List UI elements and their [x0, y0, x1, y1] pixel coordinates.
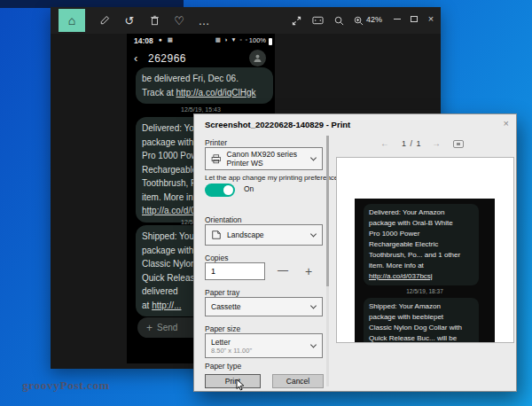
status-icons: ▩ ◑ ▼ ▫ ▫: [215, 36, 248, 43]
copies-increment-button[interactable]: +: [305, 264, 312, 278]
more-icon: …: [199, 14, 210, 27]
window-close-button[interactable]: ×: [423, 7, 439, 30]
plus-icon: +: [146, 322, 153, 334]
message-timestamp: 12/5/19, 18:37: [355, 288, 495, 294]
tracking-link[interactable]: http://a.co/d/iqClHgk: [176, 88, 256, 98]
tracking-link: http://a.co/d/037bcsj: [369, 271, 473, 282]
close-icon: ×: [504, 118, 509, 129]
tracking-link[interactable]: http://...: [152, 301, 181, 310]
zoom-out-icon: [334, 16, 344, 26]
print-preview-page: Delivered: Your Amazon package with Oral…: [336, 157, 514, 343]
message-text: at: [142, 301, 152, 310]
message-text: package with beebiepet: [369, 312, 473, 323]
send-placeholder: Send: [157, 323, 177, 332]
paper-tray-select[interactable]: Cassette: [205, 297, 323, 316]
preview-screenshot-content: Delivered: Your Amazon package with Oral…: [355, 199, 495, 342]
zoom-in-icon: [354, 16, 364, 26]
cancel-button[interactable]: Cancel: [272, 374, 324, 388]
printer-icon: [211, 153, 222, 165]
minimize-icon: [394, 19, 401, 20]
chevron-down-icon: [310, 341, 317, 347]
close-icon: ×: [428, 13, 434, 24]
maximize-button[interactable]: [406, 7, 422, 30]
home-button[interactable]: ⌂: [59, 9, 85, 32]
toggle-state: On: [244, 184, 254, 193]
slideshow-button[interactable]: [308, 7, 327, 34]
chevron-down-icon: [310, 230, 317, 237]
orientation-label: Orientation: [205, 215, 242, 224]
orientation-select[interactable]: Landscape: [205, 224, 323, 246]
page-icon: [211, 230, 222, 240]
preferences-toggle[interactable]: [205, 183, 235, 197]
maximize-icon: [411, 16, 418, 22]
plus-icon: +: [305, 264, 312, 278]
phone-status-bar: 14:08 ● ▦ ▩ ◑ ▼ ▫ ▫ 100%: [127, 35, 275, 46]
right-arrow-icon: →: [432, 138, 441, 148]
edit-pen-icon: [99, 15, 110, 26]
minimize-button[interactable]: [389, 7, 405, 30]
page-indicator: 1 / 1: [402, 139, 422, 148]
message-text: Track at: [142, 88, 176, 98]
fullscreen-button[interactable]: [286, 7, 306, 34]
settings-scrollbar[interactable]: [326, 136, 329, 386]
preview-message-bubble: Delivered: Your Amazon package with Oral…: [364, 204, 479, 285]
dialog-title: Screenshot_20220628-140829 - Print: [205, 120, 350, 129]
back-icon[interactable]: ‹: [134, 51, 137, 65]
print-dialog: Screenshot_20220628-140829 - Print × Pri…: [193, 113, 517, 392]
home-icon: ⌂: [68, 13, 75, 27]
printer-value: Canon MX920 series Printer WS: [227, 150, 317, 168]
message-text: Rechargeable Electric: [369, 239, 473, 250]
preferences-label: Let the app change my printing preferenc…: [205, 174, 341, 182]
zoom-level: 42%: [366, 15, 382, 24]
fit-page-button[interactable]: [453, 140, 464, 148]
print-button[interactable]: Print: [205, 374, 261, 388]
message-text: Shipped: Your Amazon: [369, 301, 473, 312]
paper-size-label: Paper size: [205, 324, 240, 333]
message-text: Pro 1000 Power: [369, 229, 473, 239]
message-text: Classic Nylon Dog Collar with: [369, 323, 473, 333]
expand-icon: [292, 16, 301, 26]
copies-input[interactable]: 1: [205, 262, 265, 280]
copies-decrement-button[interactable]: —: [278, 264, 288, 277]
dialog-close-button[interactable]: ×: [504, 118, 509, 129]
paper-tray-value: Cassette: [211, 302, 241, 311]
message-text: package with Oral-B White: [369, 218, 473, 229]
message-text: Quick Release Buc... will be: [369, 333, 473, 342]
photos-toolbar: ⌂ ↺ ♡ … 42% ×: [51, 7, 441, 34]
battery-icon: [269, 38, 272, 45]
message-text: Delivered: Your Amazon: [369, 207, 473, 218]
zoom-in-button[interactable]: [348, 7, 368, 34]
delete-button[interactable]: [145, 7, 164, 34]
left-arrow-icon: ←: [380, 138, 389, 148]
printer-label: Printer: [205, 138, 227, 147]
chevron-down-icon: [310, 302, 317, 308]
more-options-button[interactable]: …: [194, 7, 214, 34]
heart-icon: ♡: [174, 14, 184, 27]
copies-label: Copies: [205, 254, 228, 262]
next-page-button[interactable]: →: [432, 138, 441, 148]
message-bubble: be delivered Fri, Dec 06. Track at http:…: [136, 67, 273, 104]
edit-button[interactable]: [95, 7, 114, 34]
paper-type-label: Paper type: [205, 362, 241, 371]
scrollbar-thumb[interactable]: [326, 136, 329, 286]
favorite-button[interactable]: ♡: [169, 7, 189, 34]
trash-icon: [150, 15, 160, 26]
previous-page-button[interactable]: ←: [380, 138, 389, 148]
message-text: Toothbrush, Po... and 1 other: [369, 250, 473, 261]
message-text: item. More info at: [369, 261, 473, 271]
preview-message-bubble: Shipped: Your Amazon package with beebie…: [364, 298, 479, 342]
toggle-knob: [223, 185, 233, 195]
message-text: Track at http://a.co/d/iqClHgk: [142, 86, 267, 100]
paper-size-select[interactable]: Letter 8.50" x 11.00": [205, 333, 323, 358]
message-text: be delivered Fri, Dec 06.: [142, 72, 267, 86]
printer-select[interactable]: Canon MX920 series Printer WS: [205, 147, 323, 170]
phone-time: 14:08: [134, 36, 153, 45]
mouse-cursor: [236, 379, 246, 391]
paper-size-detail: 8.50" x 11.00": [211, 347, 252, 355]
watermark: groovyPost.com: [22, 379, 110, 393]
rotate-button[interactable]: ↺: [120, 7, 139, 34]
minus-icon: —: [278, 264, 288, 277]
avatar[interactable]: [249, 50, 266, 66]
zoom-out-button[interactable]: [329, 7, 348, 34]
person-icon: [253, 53, 262, 63]
